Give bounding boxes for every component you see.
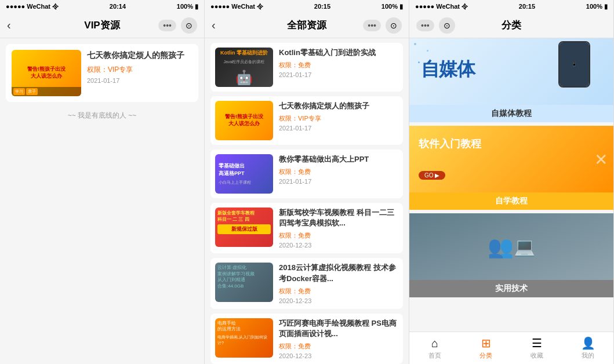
thumb-bear: 警告!熊孩子出没 大人该怎么办 <box>215 101 273 140</box>
resource-auth-2: 权限：免费 <box>279 168 398 176</box>
vip-info: 七天教你搞定烦人的熊孩子 权限：VIP专享 2021-01-17 <box>87 50 192 84</box>
resource-info-2: 教你零基础做出高大上PPT 权限：免费 2021-01-17 <box>279 154 398 185</box>
cat-banner-software: 软件入门教程 GO ▶ ✕ <box>409 126 613 192</box>
vip-content: 警告!熊孩子出没 大人该怎么办 学习 亲子 七天教你搞定烦人的熊孩子 权限：VI… <box>0 38 204 364</box>
tab-favorites[interactable]: ☰ 收藏 <box>511 336 562 360</box>
dot-1 <box>414 43 416 45</box>
bear-text: 警告!熊孩子出没 <box>225 114 263 121</box>
tag-2: 亲子 <box>26 88 38 95</box>
list-item[interactable]: 云计算·虚拟化 案例讲解学习视频 从入门到精通 合集:44.0GB 2018云计… <box>210 258 403 308</box>
tab-favorites-label: 收藏 <box>531 351 543 360</box>
battery-1: 100% ▮ <box>177 3 198 10</box>
status-bar-1: ●●●●● WeChat 令 20:14 100% ▮ <box>0 0 204 13</box>
resource-title-3: 新版驾校学车视频教程 科目一二三四驾考宝典模拟软... <box>279 208 398 228</box>
drive-text1: 新版全套学车教程 <box>217 210 271 216</box>
cloud-text2: 案例讲解学习视频 <box>217 271 271 277</box>
target-icon-3[interactable]: ⊙ <box>439 17 455 34</box>
dot-3 <box>418 61 420 63</box>
more-button-1[interactable]: ••• <box>158 20 176 31</box>
ppt-text1: 零基础做出 <box>219 162 245 170</box>
vip-date: 2021-01-17 <box>87 77 192 84</box>
status-bar-3: ●●●●● WeChat 令 20:15 100% ▮ <box>409 0 613 13</box>
signal-1: ●●●●● WeChat 令 <box>6 2 59 11</box>
resource-title-1: 七天教你搞定烦人的熊孩子 <box>279 101 398 111</box>
ecom-bg: 电商手绘 的运用方法 电商学插画,从入门到如何设计? <box>215 318 273 358</box>
category-item-selfmedia[interactable]: 📱 自媒体 自媒体教程 <box>409 38 613 122</box>
tab-home[interactable]: ⌂ 首页 <box>409 336 460 360</box>
bear-bg: 警告!熊孩子出没 大人该怎么办 <box>215 101 273 140</box>
thumb-cloud: 云计算·虚拟化 案例讲解学习视频 从入门到精通 合集:44.0GB <box>215 263 273 302</box>
list-item[interactable]: 新版全套学车教程 科目一 二 三 四 新规保过版 新版驾校学车视频教程 科目一二… <box>210 203 403 253</box>
list-item[interactable]: Kotlin 零基础到进阶 Java程序员必备的课程 🤖 Kotlin零基础入门… <box>210 43 403 92</box>
tag-1: 学习 <box>13 88 25 95</box>
nav-actions-2: ••• ⊙ <box>363 17 402 34</box>
cloud-text3: 从入门到精通 <box>217 277 271 283</box>
resource-auth-5: 权限：免费 <box>279 342 398 351</box>
tab-category[interactable]: ⊞ 分类 <box>460 336 511 360</box>
list-item[interactable]: 电商手绘 的运用方法 电商学插画,从入门到如何设计? 巧匠阿赛电商手绘视频教程 … <box>210 314 403 364</box>
cat-banner-selfmedia: 📱 自媒体 <box>409 38 613 105</box>
resource-title-2: 教你零基础做出高大上PPT <box>279 154 398 165</box>
target-icon-1[interactable]: ⊙ <box>181 17 197 34</box>
resource-list: Kotlin 零基础到进阶 Java程序员必备的课程 🤖 Kotlin零基础入门… <box>205 38 409 364</box>
selfmedia-phone-img: 📱 <box>558 41 590 88</box>
software-bg-div <box>409 126 613 192</box>
category-icon: ⊞ <box>479 336 493 350</box>
thumb-drive: 新版全套学车教程 科目一 二 三 四 新规保过版 <box>215 208 273 247</box>
resource-date-2: 2021-01-17 <box>279 178 398 185</box>
resource-auth-3: 权限：免费 <box>279 231 398 240</box>
ecom-text3: 电商学插画,从入门到如何设计? <box>217 334 271 346</box>
software-big-text: 软件入门教程 <box>419 137 481 151</box>
ecom-text1: 电商手绘 <box>217 321 271 326</box>
nav-bar-1: ‹ VIP资源 ••• ⊙ <box>0 13 204 38</box>
category-item-practical[interactable]: 👥 💻 实用技术 <box>409 213 613 297</box>
cloud-text1: 云计算·虚拟化 <box>217 265 271 271</box>
tab-home-label: 首页 <box>428 351 441 360</box>
tab-profile-label: 我的 <box>582 351 594 360</box>
practical-label: 实用技术 <box>409 280 613 297</box>
back-button-2[interactable]: ‹ <box>212 19 216 32</box>
list-item[interactable]: 警告!熊孩子出没 大人该怎么办 七天教你搞定烦人的熊孩子 权限：VIP专享 20… <box>210 96 403 145</box>
more-button-3[interactable]: ••• <box>416 20 434 31</box>
category-list: 📱 自媒体 自媒体教程 软件入门教程 GO ▶ ✕ 自学教程 👥 <box>409 38 613 332</box>
more-button-2[interactable]: ••• <box>363 20 381 31</box>
practical-photo: 👥 💻 <box>409 213 613 280</box>
time-2: 20:15 <box>314 3 330 10</box>
kotlin-title: Kotlin 零基础到进阶 <box>220 49 268 57</box>
target-icon-2[interactable]: ⊙ <box>386 17 402 34</box>
android-icon: 🤖 <box>235 70 253 86</box>
resource-auth-1: 权限：VIP专享 <box>279 114 398 123</box>
panel-categories: ●●●●● WeChat 令 20:15 100% ▮ 分类 ••• ⊙ <box>409 0 614 364</box>
ppt-text2: 高逼格PPT <box>219 170 245 177</box>
nav-bar-3: 分类 ••• ⊙ <box>409 13 613 38</box>
time-3: 20:15 <box>519 3 535 10</box>
nav-actions-1: ••• ⊙ <box>158 17 197 34</box>
tab-profile[interactable]: 👤 我的 <box>562 336 613 360</box>
profile-icon: 👤 <box>581 336 595 350</box>
ppt-sub: 小白马上上手课程 <box>219 180 251 185</box>
battery-2: 100% ▮ <box>382 3 403 10</box>
back-button-1[interactable]: ‹ <box>7 19 11 32</box>
thumb-kotlin: Kotlin 零基础到进阶 Java程序员必备的课程 🤖 <box>215 48 273 87</box>
kotlin-bg: Kotlin 零基础到进阶 Java程序员必备的课程 🤖 <box>215 48 273 87</box>
go-button[interactable]: GO ▶ <box>419 171 445 180</box>
category-item-software[interactable]: 软件入门教程 GO ▶ ✕ 自学教程 <box>409 126 613 210</box>
home-icon: ⌂ <box>428 336 442 350</box>
panel-vip: ●●●●● WeChat 令 20:14 100% ▮ ‹ VIP资源 ••• … <box>0 0 205 364</box>
cloud-bg: 云计算·虚拟化 案例讲解学习视频 从入门到精通 合集:44.0GB <box>215 263 273 302</box>
people-icon: 👥 <box>488 235 514 259</box>
resource-auth-0: 权限：免费 <box>279 61 398 70</box>
nav-actions-3: ••• ⊙ <box>416 17 455 34</box>
vip-card[interactable]: 警告!熊孩子出没 大人该怎么办 学习 亲子 七天教你搞定烦人的熊孩子 权限：VI… <box>6 44 198 102</box>
cloud-text4: 合集:44.0GB <box>217 283 271 289</box>
thumb-ecom: 电商手绘 的运用方法 电商学插画,从入门到如何设计? <box>215 318 273 358</box>
bear-thumb-text1: 警告!熊孩子出没 <box>27 66 66 73</box>
kotlin-sub: Java程序员必备的课程 <box>221 59 267 65</box>
resource-info-4: 2018云计算虚拟化视频教程 技术参考Docker容器... 权限：免费 202… <box>279 263 398 304</box>
tab-bar: ⌂ 首页 ⊞ 分类 ☰ 收藏 👤 我的 <box>409 332 613 364</box>
software-label: 自学教程 <box>409 192 613 210</box>
resource-date-4: 2020-12-23 <box>279 297 398 304</box>
laptop-icon: 💻 <box>514 236 535 257</box>
resource-info-5: 巧匠阿赛电商手绘视频教程 PS电商页面插画设计视... 权限：免费 2020-1… <box>279 318 398 359</box>
list-item[interactable]: 零基础做出 高逼格PPT 小白马上上手课程 教你零基础做出高大上PPT 权限：免… <box>210 150 403 198</box>
